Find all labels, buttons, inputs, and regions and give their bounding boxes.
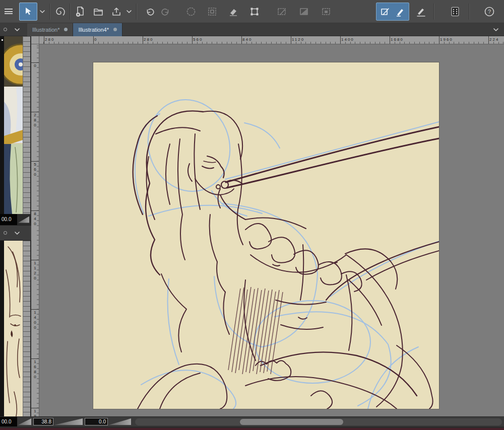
- horizontal-scrollbar[interactable]: [135, 418, 502, 425]
- selection-pen-button[interactable]: [274, 3, 289, 21]
- horizontal-ruler[interactable]: 280 0 280 560 840 1120 1400 1680 1960 22…: [39, 36, 504, 44]
- docked-zoom-readout[interactable]: 00.0: [0, 417, 17, 427]
- ruler-label: 280: [144, 37, 153, 42]
- toolbar-divider: [49, 4, 50, 20]
- tabbar-chevron-down-icon[interactable]: [13, 26, 21, 34]
- eraser-icon: [228, 6, 239, 17]
- cursor-tool-icon: [23, 6, 34, 17]
- export-icon: [111, 6, 122, 17]
- open-file-button[interactable]: [91, 3, 106, 21]
- help-icon: ?: [484, 6, 495, 17]
- tool-dropdown-button[interactable]: [37, 3, 47, 21]
- ruler-corner: [31, 36, 39, 44]
- sketch-drawing: [93, 62, 439, 409]
- ruler-label: 0: [94, 37, 97, 42]
- snap-ruler-icon: [380, 6, 391, 17]
- ruler-label: 1400: [341, 37, 354, 42]
- tabbar-dot-icon[interactable]: [4, 28, 7, 31]
- vertical-ruler[interactable]: 0 280 560 840 1120 1400 1680 1960: [31, 44, 39, 416]
- selection-half-icon: [298, 6, 309, 17]
- app-window: ? Illustration* Illustration4*: [0, 0, 504, 430]
- dotted-circle-icon: [185, 6, 197, 17]
- ruler-label: 224: [489, 37, 499, 42]
- svg-text:?: ?: [488, 9, 491, 15]
- ruler-label: 1120: [292, 37, 304, 42]
- ruler-label: 560: [33, 162, 37, 177]
- chevron-down-icon: [127, 10, 132, 13]
- zoom-value[interactable]: 38.8: [33, 418, 53, 425]
- docked-panel-header: [0, 225, 31, 241]
- tab-illustration[interactable]: Illustration*: [27, 23, 73, 36]
- canvas-viewport[interactable]: [39, 44, 504, 416]
- rotation-value[interactable]: 0.0: [85, 418, 108, 425]
- transform-button[interactable]: [247, 3, 262, 21]
- rotation-slider[interactable]: [109, 418, 131, 425]
- docked-zoom-slider[interactable]: [18, 217, 29, 223]
- ruler-label: 560: [193, 37, 203, 42]
- snap-pen-button[interactable]: [393, 3, 408, 21]
- selection-pen-icon: [276, 6, 287, 17]
- undo-button[interactable]: [142, 3, 157, 21]
- tab-close-icon[interactable]: [64, 28, 68, 31]
- snap-pen-icon: [395, 6, 406, 17]
- snap-tools-group: [376, 3, 409, 21]
- drawing-canvas[interactable]: [93, 62, 439, 409]
- keypad-button[interactable]: [448, 3, 463, 21]
- snap-ruler-button[interactable]: [377, 3, 393, 21]
- redo-button[interactable]: [158, 3, 173, 21]
- transform-frame-icon: [249, 6, 260, 17]
- docked-chevron-down-icon[interactable]: [13, 229, 21, 237]
- eraser-button[interactable]: [226, 3, 241, 21]
- tabbar-overflow-chevron-icon[interactable]: [492, 26, 500, 34]
- menu-icon: [5, 9, 13, 14]
- filter-square-button[interactable]: [205, 3, 220, 21]
- main-canvas-block: 280 0 280 560 840 1120 1400 1680 1960 22…: [31, 36, 504, 416]
- scrollbar-thumb[interactable]: [240, 419, 343, 425]
- docked-dot-icon[interactable]: [4, 231, 7, 235]
- snap-spiral-button[interactable]: [52, 3, 68, 21]
- docked-canvas-top[interactable]: [4, 36, 23, 214]
- selection-half-button[interactable]: [296, 3, 311, 21]
- help-button[interactable]: ?: [482, 3, 497, 21]
- ruler-label: 280: [33, 113, 37, 128]
- undo-icon: [144, 6, 155, 17]
- tab-label: Illustration*: [32, 27, 59, 33]
- redo-icon: [160, 6, 171, 17]
- panel-dot-icon[interactable]: [2, 39, 3, 41]
- toolbar-divider: [433, 4, 434, 20]
- spiral-icon: [54, 6, 66, 17]
- ruler-label: 1960: [440, 37, 453, 42]
- left-docked-panels: 00.0: [0, 36, 31, 416]
- ruler-label: 1960: [33, 409, 37, 416]
- ruler-label: 840: [242, 37, 252, 42]
- docked-zoom-control: 00.0: [0, 214, 30, 225]
- toolbar-divider: [136, 4, 137, 20]
- docked-artwork-top: [4, 36, 23, 214]
- docked-ruler-bottom[interactable]: [23, 241, 30, 416]
- pen-line-button[interactable]: [413, 3, 428, 21]
- docked-ruler-top[interactable]: [23, 36, 30, 214]
- tab-label: Illustration4*: [78, 27, 109, 33]
- object-tool-button[interactable]: [19, 3, 37, 21]
- new-file-icon: [75, 6, 86, 17]
- toolbar-divider: [70, 4, 71, 20]
- dotted-square-icon: [207, 6, 218, 17]
- zoom-slider[interactable]: [54, 418, 83, 425]
- docked-zoom-slider-small[interactable]: [18, 418, 31, 425]
- selection-inner-button[interactable]: [319, 3, 334, 21]
- filter-circle-button[interactable]: [183, 3, 199, 21]
- window-bottom-edge: [0, 426, 504, 430]
- docked-zoom-value[interactable]: 00.0: [0, 214, 17, 225]
- tab-illustration4[interactable]: Illustration4*: [73, 23, 122, 36]
- tab-close-icon[interactable]: [113, 28, 117, 31]
- ruler-label: 0: [33, 63, 37, 68]
- new-file-button[interactable]: [73, 3, 88, 21]
- document-tabs: Illustration* Illustration4*: [27, 23, 492, 36]
- export-dropdown-button[interactable]: [124, 3, 134, 21]
- ruler-label: 1400: [33, 310, 37, 330]
- ruler-label: 1680: [391, 37, 404, 42]
- docked-canvas-bottom[interactable]: [4, 241, 23, 416]
- ruler-label: 1120: [33, 261, 37, 281]
- export-button[interactable]: [109, 3, 124, 21]
- main-menu-button[interactable]: [1, 3, 16, 21]
